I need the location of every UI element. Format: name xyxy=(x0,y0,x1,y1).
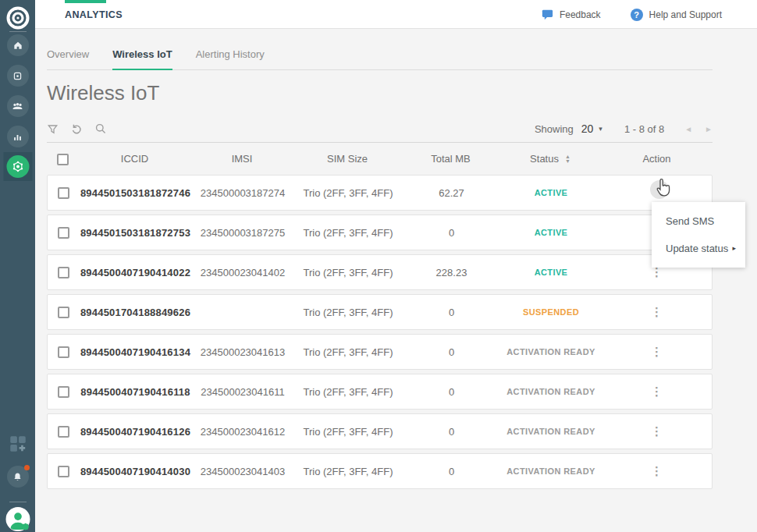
tab-wireless-iot[interactable]: Wireless IoT xyxy=(112,48,172,69)
sidebar-item-connections[interactable] xyxy=(7,65,29,87)
app-title: ANALYTICS xyxy=(65,9,123,20)
bar-chart-icon xyxy=(12,131,23,143)
home-icon xyxy=(12,39,24,51)
tab-alerting-history[interactable]: Alerting History xyxy=(196,48,265,69)
row-actions-kebab-icon[interactable]: ⋮ xyxy=(602,466,712,477)
cell-sim-size: Trio (2FF, 3FF, 4FF) xyxy=(293,267,403,278)
row-checkbox[interactable] xyxy=(58,386,69,398)
help-support-button[interactable]: ? Help and Support xyxy=(631,9,722,21)
avatar-person-icon xyxy=(5,507,30,531)
pagination-range: 1 - 8 of 8 xyxy=(624,123,664,135)
status-badge: ACTIVE xyxy=(500,228,602,237)
col-sim-size: SIM Size xyxy=(293,153,402,165)
col-total-mb: Total MB xyxy=(402,153,499,165)
status-badge: SUSPENDED xyxy=(500,307,602,317)
select-all-checkbox[interactable] xyxy=(57,154,69,165)
tab-overview[interactable]: Overview xyxy=(47,48,89,69)
filter-icon[interactable] xyxy=(47,123,59,135)
search-icon[interactable] xyxy=(94,122,107,135)
row-checkbox[interactable] xyxy=(58,267,69,278)
cell-imsi: 234500023041611 xyxy=(192,386,293,398)
cell-sim-size: Trio (2FF, 3FF, 4FF) xyxy=(293,227,403,239)
sidebar-item-home[interactable] xyxy=(7,34,29,56)
connections-icon xyxy=(12,70,23,82)
table-toolbar: Showing 20 ▾ 1 - 8 of 8 ◄ ► xyxy=(47,118,713,140)
cell-imsi: 234500023041613 xyxy=(192,346,293,358)
page-prev-button[interactable]: ◄ xyxy=(684,125,692,133)
cell-imsi: 234500023041403 xyxy=(192,466,293,477)
kebab-hover-highlight[interactable] xyxy=(650,180,669,199)
col-status: Status xyxy=(530,153,559,165)
cell-sim-size: Trio (2FF, 3FF, 4FF) xyxy=(293,307,403,318)
sidebar-item-notifications[interactable] xyxy=(7,466,29,488)
sidebar-item-analytics[interactable] xyxy=(7,126,29,147)
row-actions-kebab-icon[interactable]: ⋮ xyxy=(602,267,712,278)
row-actions-kebab-icon[interactable]: ⋮ xyxy=(602,346,712,357)
active-item-highlight xyxy=(6,155,29,178)
users-group-icon xyxy=(11,100,24,113)
page-next-button[interactable]: ► xyxy=(705,125,713,133)
status-badge: ACTIVATION READY xyxy=(500,427,602,436)
refresh-undo-icon[interactable] xyxy=(70,122,83,135)
page-title: Wireless IoT xyxy=(47,81,757,105)
table-row: 8944501503181872753 234500003187275 Trio… xyxy=(47,215,713,250)
row-checkbox[interactable] xyxy=(58,307,69,318)
main-content: Overview Wireless IoT Alerting History W… xyxy=(35,30,757,532)
sim-table: ICCID IMSI SIM Size Total MB Status ▲▼ A… xyxy=(47,142,713,489)
col-action: Action xyxy=(601,153,713,165)
table-row: 8944500407190416126 234500023041612 Trio… xyxy=(47,413,713,449)
cell-sim-size: Trio (2FF, 3FF, 4FF) xyxy=(293,426,403,438)
row-checkbox[interactable] xyxy=(58,466,69,477)
page-size-dropdown[interactable]: 20 ▾ xyxy=(581,122,602,135)
cell-sim-size: Trio (2FF, 3FF, 4FF) xyxy=(293,386,403,398)
cell-sim-size: Trio (2FF, 3FF, 4FF) xyxy=(293,466,403,477)
status-badge: ACTIVATION READY xyxy=(500,466,602,476)
sidebar-item-users[interactable] xyxy=(7,95,29,117)
help-icon: ? xyxy=(631,9,643,21)
cell-total-mb: 62.27 xyxy=(403,187,500,199)
row-checkbox[interactable] xyxy=(58,187,69,199)
cell-iccid: 8944500407190416134 xyxy=(79,346,192,358)
cell-iccid: 8944500407190414030 xyxy=(79,466,192,477)
col-imsi: IMSI xyxy=(191,153,293,165)
app-logo-icon[interactable] xyxy=(5,5,30,30)
showing-label: Showing xyxy=(535,123,574,135)
row-actions-kebab-icon[interactable]: ⋮ xyxy=(602,307,712,317)
cell-iccid: 8944501704188849626 xyxy=(79,307,192,318)
table-body: 8944501503181872746 234500003187274 Trio… xyxy=(47,175,713,489)
row-checkbox[interactable] xyxy=(58,227,69,239)
cell-total-mb: 0 xyxy=(403,466,500,477)
user-avatar[interactable] xyxy=(5,507,30,531)
table-row: 8944500407190416118 234500023041611 Trio… xyxy=(47,374,713,410)
row-checkbox[interactable] xyxy=(58,426,69,438)
sort-status-icon[interactable]: ▲▼ xyxy=(565,154,570,164)
table-row: 8944500407190416134 234500023041613 Trio… xyxy=(47,334,713,370)
status-badge: ACTIVATION READY xyxy=(500,387,602,396)
cell-total-mb: 0 xyxy=(403,386,500,398)
help-label: Help and Support xyxy=(649,9,722,20)
row-actions-kebab-icon[interactable]: ⋮ xyxy=(602,386,712,397)
cell-total-mb: 0 xyxy=(403,307,500,318)
cell-total-mb: 228.23 xyxy=(403,267,500,278)
row-actions-kebab-icon[interactable]: ⋮ xyxy=(602,426,712,437)
cell-imsi: 234500003187275 xyxy=(192,227,293,239)
cell-imsi: 234500023041612 xyxy=(192,426,293,438)
notification-badge xyxy=(24,465,30,470)
cell-iccid: 8944500407190414022 xyxy=(79,267,192,278)
iot-network-icon xyxy=(10,159,25,174)
cell-iccid: 8944501503181872746 xyxy=(79,187,192,199)
status-badge: ACTIVE xyxy=(500,188,602,197)
plus-icon xyxy=(19,445,25,452)
menu-item-send-sms[interactable]: Send SMS xyxy=(652,207,745,235)
status-badge: ACTIVE xyxy=(500,268,602,277)
col-iccid: ICCID xyxy=(78,153,191,165)
menu-item-update-status[interactable]: Update status ▸ xyxy=(652,235,745,262)
bell-icon xyxy=(12,471,23,483)
feedback-button[interactable]: Feedback xyxy=(542,9,601,20)
sidebar-item-apps-add[interactable] xyxy=(8,434,28,454)
cell-iccid: 8944501503181872753 xyxy=(79,227,192,239)
row-context-menu: Send SMS Update status ▸ xyxy=(652,202,745,268)
row-checkbox[interactable] xyxy=(58,346,69,358)
status-badge: ACTIVATION READY xyxy=(500,347,602,356)
sidebar-item-wireless-iot-active[interactable] xyxy=(3,152,32,181)
